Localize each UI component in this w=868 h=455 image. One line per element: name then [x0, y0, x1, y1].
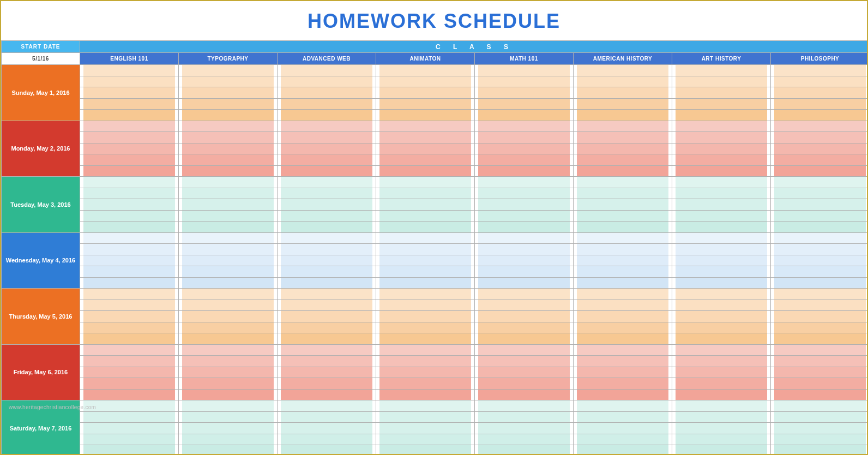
schedule-cell[interactable] — [179, 210, 278, 221]
schedule-cell[interactable] — [376, 322, 475, 333]
schedule-cell[interactable] — [278, 266, 376, 278]
schedule-cell[interactable] — [278, 132, 376, 143]
schedule-cell[interactable] — [278, 154, 376, 166]
schedule-cell[interactable] — [672, 87, 771, 99]
schedule-cell[interactable] — [771, 165, 869, 177]
schedule-cell[interactable] — [80, 232, 179, 244]
schedule-cell[interactable] — [179, 255, 278, 266]
schedule-cell[interactable] — [771, 110, 869, 121]
schedule-cell[interactable] — [475, 411, 574, 423]
schedule-cell[interactable] — [672, 121, 771, 132]
schedule-cell[interactable] — [771, 132, 869, 143]
schedule-cell[interactable] — [278, 277, 376, 289]
schedule-cell[interactable] — [475, 132, 574, 143]
schedule-cell[interactable] — [179, 110, 278, 121]
schedule-cell[interactable] — [672, 255, 771, 266]
schedule-cell[interactable] — [475, 266, 574, 278]
schedule-cell[interactable] — [771, 344, 869, 356]
schedule-cell[interactable] — [80, 154, 179, 166]
schedule-cell[interactable] — [278, 121, 376, 132]
schedule-cell[interactable] — [376, 344, 475, 356]
schedule-cell[interactable] — [179, 322, 278, 333]
schedule-cell[interactable] — [574, 154, 672, 166]
schedule-cell[interactable] — [278, 289, 376, 300]
schedule-cell[interactable] — [672, 389, 771, 400]
schedule-cell[interactable] — [475, 221, 574, 233]
schedule-cell[interactable] — [475, 277, 574, 289]
schedule-cell[interactable] — [771, 154, 869, 166]
schedule-cell[interactable] — [771, 333, 869, 345]
schedule-cell[interactable] — [771, 199, 869, 211]
schedule-cell[interactable] — [574, 110, 672, 121]
schedule-cell[interactable] — [475, 121, 574, 132]
schedule-cell[interactable] — [376, 98, 475, 110]
schedule-cell[interactable] — [376, 411, 475, 423]
schedule-cell[interactable] — [574, 199, 672, 211]
schedule-cell[interactable] — [278, 65, 376, 76]
schedule-cell[interactable] — [672, 232, 771, 244]
schedule-cell[interactable] — [475, 423, 574, 434]
schedule-cell[interactable] — [574, 411, 672, 423]
schedule-cell[interactable] — [179, 423, 278, 434]
schedule-cell[interactable] — [376, 333, 475, 345]
schedule-cell[interactable] — [475, 76, 574, 87]
schedule-cell[interactable] — [80, 300, 179, 311]
schedule-cell[interactable] — [80, 199, 179, 211]
schedule-cell[interactable] — [771, 177, 869, 188]
schedule-cell[interactable] — [672, 188, 771, 199]
schedule-cell[interactable] — [574, 221, 672, 233]
schedule-cell[interactable] — [80, 356, 179, 367]
schedule-cell[interactable] — [376, 177, 475, 188]
schedule-cell[interactable] — [376, 445, 475, 456]
schedule-cell[interactable] — [672, 322, 771, 333]
schedule-cell[interactable] — [672, 154, 771, 166]
schedule-cell[interactable] — [179, 367, 278, 378]
schedule-cell[interactable] — [771, 300, 869, 311]
schedule-cell[interactable] — [278, 188, 376, 199]
schedule-cell[interactable] — [672, 177, 771, 188]
schedule-cell[interactable] — [80, 344, 179, 356]
schedule-cell[interactable] — [278, 210, 376, 221]
schedule-cell[interactable] — [376, 277, 475, 289]
schedule-cell[interactable] — [179, 143, 278, 154]
schedule-cell[interactable] — [376, 188, 475, 199]
schedule-cell[interactable] — [179, 188, 278, 199]
schedule-cell[interactable] — [574, 87, 672, 99]
schedule-cell[interactable] — [475, 344, 574, 356]
schedule-cell[interactable] — [179, 333, 278, 345]
schedule-cell[interactable] — [672, 411, 771, 423]
schedule-cell[interactable] — [278, 445, 376, 456]
schedule-cell[interactable] — [80, 121, 179, 132]
schedule-cell[interactable] — [475, 445, 574, 456]
schedule-cell[interactable] — [475, 244, 574, 255]
schedule-cell[interactable] — [376, 221, 475, 233]
schedule-cell[interactable] — [771, 121, 869, 132]
schedule-cell[interactable] — [179, 378, 278, 390]
schedule-cell[interactable] — [80, 423, 179, 434]
schedule-cell[interactable] — [376, 143, 475, 154]
schedule-cell[interactable] — [475, 232, 574, 244]
schedule-cell[interactable] — [475, 188, 574, 199]
schedule-cell[interactable] — [475, 210, 574, 221]
schedule-cell[interactable] — [376, 378, 475, 390]
schedule-cell[interactable] — [771, 87, 869, 99]
schedule-cell[interactable] — [574, 255, 672, 266]
schedule-cell[interactable] — [376, 65, 475, 76]
schedule-cell[interactable] — [574, 333, 672, 345]
schedule-cell[interactable] — [376, 76, 475, 87]
schedule-cell[interactable] — [80, 132, 179, 143]
schedule-cell[interactable] — [574, 65, 672, 76]
schedule-cell[interactable] — [574, 121, 672, 132]
schedule-cell[interactable] — [672, 221, 771, 233]
schedule-cell[interactable] — [278, 177, 376, 188]
schedule-cell[interactable] — [80, 311, 179, 322]
schedule-cell[interactable] — [179, 154, 278, 166]
schedule-cell[interactable] — [278, 344, 376, 356]
schedule-cell[interactable] — [672, 445, 771, 456]
schedule-cell[interactable] — [574, 210, 672, 221]
schedule-cell[interactable] — [475, 177, 574, 188]
schedule-cell[interactable] — [771, 65, 869, 76]
schedule-cell[interactable] — [278, 423, 376, 434]
schedule-cell[interactable] — [278, 221, 376, 233]
schedule-cell[interactable] — [278, 400, 376, 412]
